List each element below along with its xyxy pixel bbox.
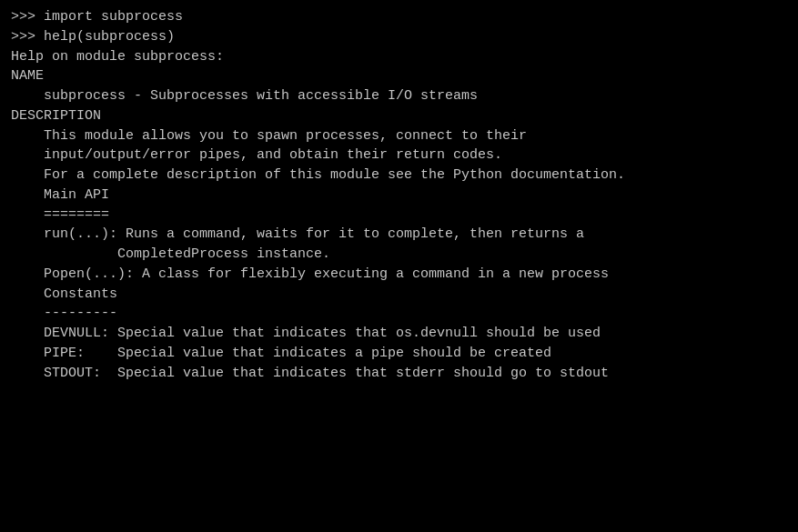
line-23: PIPE: Special value that indicates a pip…	[11, 344, 787, 364]
terminal-window: >>> import subprocess>>> help(subprocess…	[11, 7, 787, 532]
line-17: CompletedProcess instance.	[11, 245, 787, 265]
line-10: input/output/error pipes, and obtain the…	[11, 146, 787, 166]
line-5: NAME	[11, 66, 787, 86]
terminal-content: >>> import subprocess>>> help(subprocess…	[11, 7, 787, 383]
line-3: Help on module subprocess:	[11, 47, 787, 67]
line-8: DESCRIPTION	[11, 106, 787, 126]
line-14: Main API	[11, 186, 787, 206]
line-12: For a complete description of this modul…	[11, 166, 787, 186]
line-9: This module allows you to spawn processe…	[11, 126, 787, 146]
line-21: ---------	[11, 304, 787, 324]
line-6: subprocess - Subprocesses with accessibl…	[11, 86, 787, 106]
line-2: >>> help(subprocess)	[11, 27, 787, 47]
line-18: Popen(...): A class for flexibly executi…	[11, 265, 787, 285]
line-16: run(...): Runs a command, waits for it t…	[11, 225, 787, 245]
line-24: STDOUT: Special value that indicates tha…	[11, 364, 787, 384]
line-15: ========	[11, 206, 787, 226]
line-20: Constants	[11, 285, 787, 305]
line-1: >>> import subprocess	[11, 7, 787, 27]
line-22: DEVNULL: Special value that indicates th…	[11, 324, 787, 344]
